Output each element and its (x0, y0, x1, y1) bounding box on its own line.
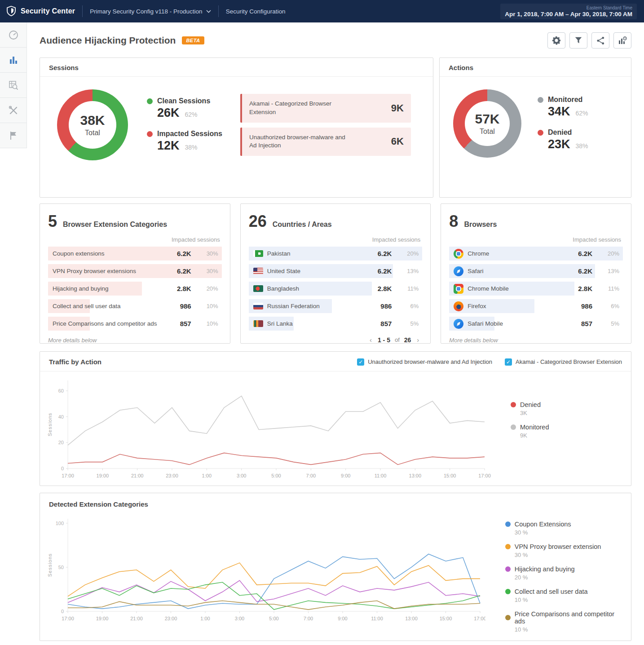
table-row[interactable]: Hijacking and buying2.8K20% (48, 282, 222, 296)
traffic-chart-legend: Denied3KMonitored9K (511, 401, 549, 446)
legend-dot-icon (511, 424, 516, 430)
browser-safari-mobile-icon (454, 319, 463, 329)
table-row[interactable]: Sri Lanka8575% (249, 317, 423, 331)
svg-text:17:00: 17:00 (62, 473, 74, 478)
date-range-picker[interactable]: Eastern Standard Time Apr 1, 2018, 7:00 … (500, 4, 637, 19)
table-row[interactable]: VPN Proxy browser extensions6.2K30% (48, 264, 222, 278)
legend-item: Clean Sessions26K62% (147, 97, 222, 120)
flag-icon (9, 131, 18, 141)
table-row[interactable]: Firefox9866% (449, 299, 623, 313)
legend-dot-icon (505, 544, 511, 549)
legend-label: Collect and sell user data (515, 588, 588, 595)
filter-button[interactable] (569, 32, 587, 49)
svg-text:3:00: 3:00 (237, 473, 246, 478)
legend-item: Impacted Sessions12K38% (147, 130, 222, 153)
legend-dot-icon (511, 402, 516, 407)
toggle-unauthorized-malware[interactable]: ✓ Unauthorized browser-malware and Ad In… (357, 358, 492, 366)
row-percent: 13% (401, 268, 419, 274)
tools-icon (8, 105, 19, 116)
share-icon (596, 36, 605, 45)
legend-percent: 62% (185, 111, 198, 118)
row-percent: 11% (401, 285, 419, 292)
legend-sub-value: 9K (511, 432, 549, 439)
flag-bangladesh-icon (253, 285, 263, 292)
table-row[interactable]: Pakistan6.2K20% (249, 247, 423, 261)
svg-text:20: 20 (58, 440, 64, 445)
callout-categorized-extension[interactable]: Akamai - Categorized Browser Extension 9… (240, 94, 411, 123)
config-selector[interactable]: Primary Security Config v118 - Productio… (90, 8, 211, 15)
column-header: Impacted sessions (449, 236, 621, 243)
svg-text:17:00: 17:00 (478, 473, 491, 478)
callout-unauthorized-malware[interactable]: Unauthorized browser-malware and Ad Inje… (240, 128, 411, 156)
legend-dot-icon (147, 131, 153, 137)
table-row[interactable]: Bangladesh2.8K11% (249, 282, 423, 296)
row-percent: 13% (602, 268, 619, 274)
legend-item: Denied3K (511, 401, 549, 416)
row-label: Price Comparisons and competitor ads (53, 320, 157, 327)
svg-text:7:00: 7:00 (306, 473, 316, 478)
row-label: Collect and sell user data (53, 303, 121, 309)
beta-badge: BETA (182, 36, 204, 44)
panel-count: 26 (249, 212, 267, 231)
legend-value: 23K (548, 137, 570, 151)
detected-extension-categories-panel: Detected Extension Categories 05010017:0… (40, 493, 631, 641)
row-label: Firefox (468, 303, 486, 309)
table-row[interactable]: Chrome6.2K20% (449, 247, 623, 261)
actions-legend: Monitored34K62%Denied23K38% (538, 96, 588, 151)
legend-label: Monitored (520, 424, 549, 431)
row-percent: 30% (201, 250, 218, 257)
report-button[interactable] (613, 32, 631, 49)
sidebar-item-log-search[interactable] (0, 73, 27, 98)
extension-categories-list: Coupon extensions6.2K30%VPN Proxy browse… (48, 247, 222, 331)
row-label-wrap: Safari (449, 266, 569, 276)
share-button[interactable] (591, 32, 609, 49)
row-label: VPN Proxy browser extensions (53, 268, 136, 274)
legend-item: Coupon Extensions30 % (505, 521, 626, 536)
toolbar (547, 32, 631, 49)
chart-report-icon (618, 36, 627, 45)
svg-text:0: 0 (61, 609, 64, 614)
svg-text:5:00: 5:00 (269, 616, 278, 621)
sidebar-item-analytics-active[interactable] (0, 48, 27, 73)
traffic-chart-title: Traffic by Action (49, 358, 101, 366)
panel-count: 8 (449, 212, 458, 231)
settings-button[interactable] (547, 32, 565, 49)
row-percent: 10% (201, 303, 218, 309)
legend-item: Denied23K38% (538, 128, 588, 151)
sidebar-item-flags[interactable] (0, 123, 27, 148)
sessions-panel-title: Sessions (40, 58, 433, 77)
pagination-prev-button[interactable]: ‹ (368, 336, 373, 344)
sidebar-item-dashboard[interactable] (0, 22, 27, 48)
table-row[interactable]: Price Comparisons and competitor ads8571… (48, 317, 222, 331)
browser-extension-categories-panel: 5 Browser Extension Categories Impacted … (40, 203, 230, 344)
table-row[interactable]: Safari Mobile8575% (449, 317, 623, 331)
table-row[interactable]: United State6.2K13% (249, 264, 423, 278)
sidebar-item-tools[interactable] (0, 98, 27, 123)
legend-sub-value: 20 % (505, 574, 626, 581)
row-label-wrap: Coupon extensions (48, 250, 168, 257)
table-row[interactable]: Safari6.2K13% (449, 264, 623, 278)
row-label-wrap: Hijacking and buying (48, 285, 168, 292)
pagination-range: 1 - 5 (378, 336, 390, 344)
svg-text:13:00: 13:00 (409, 473, 422, 478)
row-label: Pakistan (267, 250, 291, 257)
legend-item: Hijacking and buying20 % (505, 565, 626, 581)
divider (218, 5, 219, 17)
sessions-legend: Clean Sessions26K62%Impacted Sessions12K… (147, 97, 222, 153)
table-row[interactable]: Collect and sell user data98610% (48, 299, 222, 313)
svg-text:1:00: 1:00 (200, 616, 210, 621)
legend-value: 12K (157, 139, 180, 153)
row-value: 2.8K (569, 285, 592, 292)
sidebar (0, 22, 27, 148)
toggle-categorized-extension[interactable]: ✓ Akamai - Categorized Browser Extension (505, 358, 622, 366)
table-row[interactable]: Chrome Mobile2.8K11% (449, 282, 623, 296)
checkbox-label: Unauthorized browser-malware and Ad Inje… (368, 358, 492, 365)
detected-chart-title: Detected Extension Categories (40, 493, 631, 510)
nav-security-configuration[interactable]: Security Configuration (226, 8, 286, 15)
row-label: Bangladesh (267, 285, 299, 292)
legend-dot-icon (538, 130, 543, 136)
table-row[interactable]: Coupon extensions6.2K30% (48, 247, 222, 261)
pagination-next-button[interactable]: › (415, 336, 420, 344)
row-percent: 5% (401, 320, 419, 327)
table-row[interactable]: Russian Federation9866% (249, 299, 423, 313)
